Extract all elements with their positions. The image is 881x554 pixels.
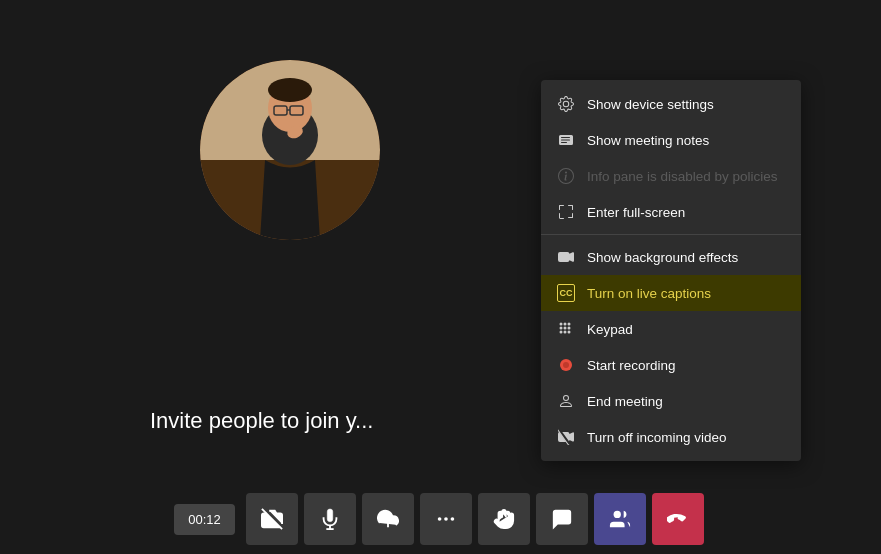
menu-label-keypad: Keypad — [587, 322, 633, 337]
call-timer: 00:12 — [174, 504, 235, 535]
menu-item-start-recording[interactable]: Start recording — [541, 347, 801, 383]
menu-label-info-pane: Info pane is disabled by policies — [587, 169, 778, 184]
menu-item-show-meeting-notes[interactable]: Show meeting notes — [541, 122, 801, 158]
background-icon — [557, 248, 575, 266]
menu-item-enter-fullscreen[interactable]: Enter full-screen — [541, 194, 801, 230]
menu-label-end-meeting: End meeting — [587, 394, 663, 409]
record-icon — [557, 356, 575, 374]
menu-item-keypad[interactable]: Keypad — [541, 311, 801, 347]
context-menu: Show device settings Show meeting notes … — [541, 80, 801, 461]
invite-text: Invite people to join y... — [150, 408, 373, 434]
raise-hand-button[interactable] — [478, 493, 530, 545]
svg-point-18 — [450, 517, 454, 521]
video-area: Invite people to join y... Show device s… — [0, 0, 881, 554]
menu-label-start-recording: Start recording — [587, 358, 676, 373]
share-button[interactable] — [362, 493, 414, 545]
video-button[interactable] — [246, 493, 298, 545]
svg-point-11 — [563, 362, 569, 368]
participants-button[interactable] — [594, 493, 646, 545]
svg-point-17 — [444, 517, 448, 521]
menu-item-info-pane: Info pane is disabled by policies — [541, 158, 801, 194]
keypad-icon — [557, 320, 575, 338]
menu-label-enter-fullscreen: Enter full-screen — [587, 205, 685, 220]
microphone-button[interactable] — [304, 493, 356, 545]
chat-button[interactable] — [536, 493, 588, 545]
end-icon — [557, 392, 575, 410]
menu-item-show-background-effects[interactable]: Show background effects — [541, 239, 801, 275]
cc-icon: CC — [557, 284, 575, 302]
menu-label-show-meeting-notes: Show meeting notes — [587, 133, 709, 148]
menu-label-show-device-settings: Show device settings — [587, 97, 714, 112]
menu-label-show-background-effects: Show background effects — [587, 250, 738, 265]
avatar — [200, 60, 380, 240]
menu-item-show-device-settings[interactable]: Show device settings — [541, 86, 801, 122]
info-icon — [557, 167, 575, 185]
menu-item-turn-on-live-captions[interactable]: CC Turn on live captions — [541, 275, 801, 311]
svg-point-5 — [268, 78, 312, 102]
menu-item-end-meeting[interactable]: End meeting — [541, 383, 801, 419]
notes-icon — [557, 131, 575, 149]
toolbar: 00:12 — [0, 484, 881, 554]
video-off-icon — [557, 428, 575, 446]
menu-label-turn-off-incoming-video: Turn off incoming video — [587, 430, 727, 445]
fullscreen-icon — [557, 203, 575, 221]
svg-point-19 — [613, 511, 620, 518]
end-call-button[interactable] — [652, 493, 704, 545]
more-options-button[interactable] — [420, 493, 472, 545]
menu-divider-1 — [541, 234, 801, 235]
gear-icon — [557, 95, 575, 113]
menu-label-turn-on-live-captions: Turn on live captions — [587, 286, 711, 301]
svg-point-16 — [438, 517, 442, 521]
menu-item-turn-off-incoming-video[interactable]: Turn off incoming video — [541, 419, 801, 455]
